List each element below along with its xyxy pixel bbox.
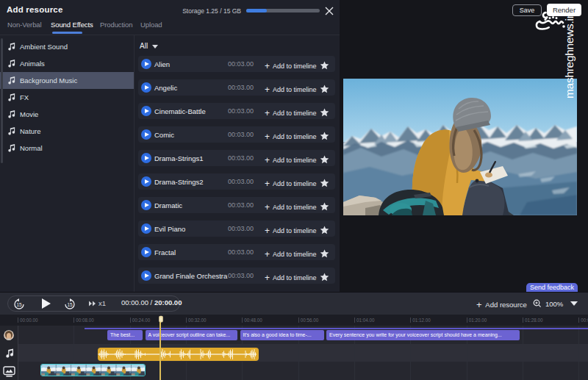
svg-text:15: 15 <box>16 302 22 307</box>
svg-text:15: 15 <box>67 302 73 307</box>
